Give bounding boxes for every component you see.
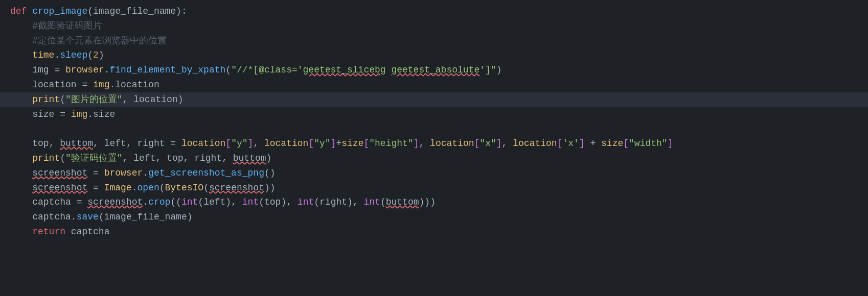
param: image_file_name [93, 4, 176, 19]
int-fn2: int [237, 195, 259, 210]
code-sleep [10, 48, 32, 63]
code-line-captcha1: captcha = screenshot.crop((int(left), in… [0, 195, 868, 210]
code-line-size: size = img.size [0, 107, 868, 122]
bytesio-obj: BytesIO [165, 181, 204, 195]
code-line-sleep: time.sleep(2) [0, 48, 868, 63]
code-line-comment2: #定位某个元素在浏览器中的位置 [0, 34, 868, 48]
size-attr: size [93, 107, 115, 122]
code-line-ss2: screenshot = Image.open(BytesIO(screensh… [0, 181, 868, 195]
get-screenshot-method: get_screenshot_as_png [148, 166, 264, 181]
print1-str: "图片的位置" [65, 92, 123, 107]
screenshot-var1: screenshot [32, 166, 87, 181]
code-line-return: return captcha [0, 225, 868, 239]
code-line-blank [0, 121, 868, 136]
code-line-print1: print("图片的位置", location) [0, 92, 868, 107]
xpath-string: "//*[@class='geetest_slicebg geetest_abs… [231, 63, 496, 78]
comment2: #定位某个元素在浏览器中的位置 [10, 34, 167, 48]
paren-close: ) [176, 4, 181, 19]
keyword-def: def [10, 4, 32, 19]
return-captcha: captcha [71, 225, 110, 239]
code-line-img: img = browser.find_element_by_xpath("//*… [0, 63, 868, 78]
captcha-var1: captcha [32, 195, 71, 210]
filename-param: image_file_name [104, 210, 187, 225]
return-keyword: return [32, 225, 65, 239]
buttom-ref: buttom [386, 195, 419, 210]
find-method: find_element_by_xpath [109, 63, 225, 78]
sleep-num: 2 [93, 48, 99, 63]
image-obj: Image [104, 181, 132, 195]
location-attr: location [115, 78, 159, 92]
print2-str: "验证码位置" [65, 151, 123, 166]
location-var2: location [133, 92, 177, 107]
time-obj: time [32, 48, 54, 63]
code-line-top: top, buttom, left, right = location["y"]… [0, 136, 868, 151]
code-editor: def crop_image(image_file_name): #截图验证码图… [0, 0, 868, 243]
location-var: location [32, 78, 76, 92]
size-var: size [32, 107, 54, 122]
open-method: open [137, 181, 159, 195]
sleep-method: sleep [60, 48, 87, 63]
colon: : [181, 4, 187, 19]
int-fn1: int [181, 195, 198, 210]
paren-open: ( [87, 4, 93, 19]
print2-keyword: print [32, 151, 60, 166]
code-line-location: location = img.location [0, 78, 868, 92]
screenshot-ref: screenshot [87, 195, 143, 210]
code-line-def: def crop_image(image_file_name): [0, 4, 868, 19]
browser-obj2: browser [104, 166, 143, 181]
browser-obj: browser [65, 63, 104, 78]
print-keyword: print [32, 92, 60, 107]
save-method: save [77, 210, 99, 225]
function-name: crop_image [32, 4, 87, 19]
code-line-captcha2: captcha.save(image_file_name) [0, 210, 868, 225]
buttom-var: buttom [60, 136, 93, 151]
img-obj: img [93, 78, 109, 92]
code-line-ss1: screenshot = browser.get_screenshot_as_p… [0, 166, 868, 181]
code-line-print2: print("验证码位置", left, top, right, buttom) [0, 151, 868, 166]
crop-method: crop [148, 195, 170, 210]
int-fn4: int [364, 195, 380, 210]
comment1: #截图验证码图片 [10, 19, 102, 34]
img-obj2: img [71, 107, 87, 122]
captcha-obj: captcha [32, 210, 71, 225]
int-fn3: int [298, 195, 314, 210]
screenshot-var3: screenshot [209, 181, 264, 195]
buttom-var2: buttom [233, 151, 266, 166]
screenshot-var2: screenshot [32, 181, 87, 195]
code-line-comment1: #截图验证码图片 [0, 19, 868, 34]
img-var: img [32, 63, 49, 78]
